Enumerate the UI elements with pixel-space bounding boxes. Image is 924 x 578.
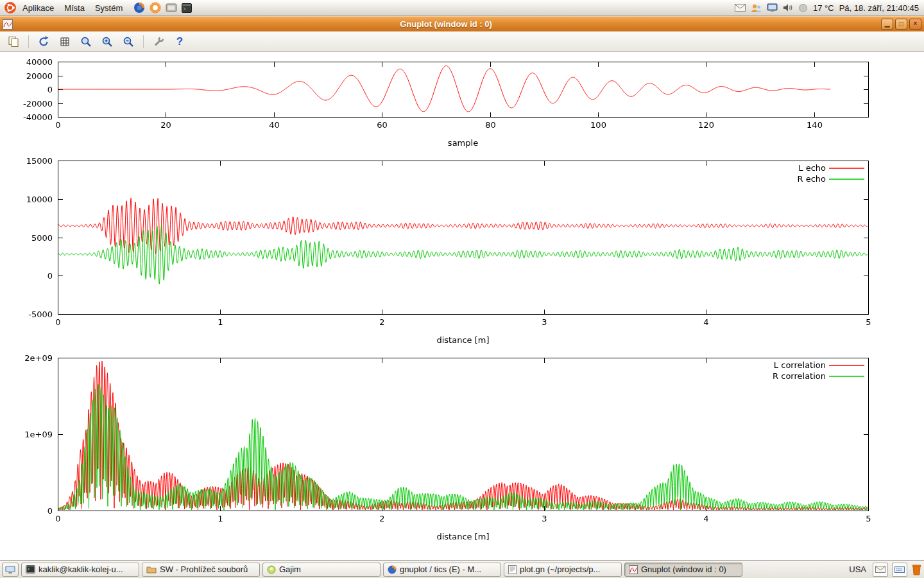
window-icon bbox=[3, 19, 13, 30]
taskbar-button-3[interactable]: Gajim bbox=[262, 563, 381, 577]
refresh-icon[interactable] bbox=[35, 33, 52, 50]
grid-icon[interactable] bbox=[56, 33, 73, 50]
menu-places[interactable]: Místa bbox=[60, 1, 89, 15]
taskbar-button-2[interactable]: SW - Prohlížeč souborů bbox=[142, 563, 260, 577]
taskbar-button-label: Gajim bbox=[279, 565, 301, 574]
taskbar-button-label: Gnuplot (window id : 0) bbox=[641, 565, 726, 574]
user-switcher-icon[interactable] bbox=[751, 3, 762, 13]
mail-notifier-icon[interactable] bbox=[873, 563, 888, 577]
zoom-out-icon[interactable] bbox=[120, 33, 137, 50]
chart-chirp-canvas[interactable] bbox=[0, 52, 924, 150]
temperature-applet[interactable]: 17 °C bbox=[813, 3, 834, 13]
firefox-launcher-icon[interactable] bbox=[133, 2, 145, 13]
mail-icon[interactable] bbox=[735, 4, 746, 12]
taskbar-button-label: SW - Prohlížeč souborů bbox=[160, 565, 248, 574]
show-desktop-button[interactable] bbox=[2, 563, 19, 577]
toolbar-separator bbox=[143, 35, 144, 48]
chart-correlation-canvas[interactable] bbox=[0, 347, 924, 544]
plot-area bbox=[0, 52, 924, 560]
weather-icon[interactable] bbox=[798, 3, 808, 13]
volume-icon[interactable] bbox=[783, 3, 793, 12]
clock-applet[interactable]: Pá, 18. září, 21:40:45 bbox=[839, 3, 919, 13]
chart-echo-canvas[interactable] bbox=[0, 150, 924, 347]
gnuplot-icon bbox=[629, 565, 638, 574]
text-editor-icon bbox=[508, 565, 517, 574]
terminal-icon bbox=[26, 565, 35, 574]
trash-icon[interactable] bbox=[911, 563, 922, 575]
minimize-button[interactable]: ▁ bbox=[881, 19, 893, 30]
file-manager-icon bbox=[146, 565, 157, 574]
terminal-launcher-icon[interactable] bbox=[182, 3, 192, 13]
maximize-button[interactable]: □ bbox=[895, 19, 907, 30]
taskbar-button-label: kaklik@kaklik-kolej-u... bbox=[38, 565, 123, 574]
taskbar-buttons: kaklik@kaklik-kolej-u...SW - Prohlížeč s… bbox=[21, 563, 742, 577]
help-icon[interactable]: ? bbox=[171, 33, 188, 50]
menu-applications[interactable]: Aplikace bbox=[18, 1, 58, 15]
desktop-screen: Aplikace Místa Systém bbox=[0, 0, 924, 578]
taskbar-button-label: plot.gn (~/projects/p... bbox=[520, 565, 600, 574]
panel-tray: 17 °C Pá, 18. září, 21:40:45 bbox=[735, 3, 920, 13]
taskbar: kaklik@kaklik-kolej-u...SW - Prohlížeč s… bbox=[0, 560, 924, 578]
zoom-in-icon[interactable] bbox=[99, 33, 116, 50]
display-icon[interactable] bbox=[767, 3, 778, 12]
taskbar-button-5[interactable]: plot.gn (~/projects/p... bbox=[504, 563, 622, 577]
close-button[interactable]: × bbox=[909, 19, 921, 30]
keyboard-layout-indicator[interactable]: USA bbox=[846, 565, 869, 574]
taskbar-button-6[interactable]: Gnuplot (window id : 0) bbox=[624, 563, 742, 577]
window-title: Gnuplot (window id : 0) bbox=[13, 19, 879, 29]
taskbar-button-4[interactable]: gnuplot / tics (E) - M... bbox=[383, 563, 501, 577]
menu-system[interactable]: Systém bbox=[90, 1, 127, 15]
copy-icon[interactable] bbox=[5, 33, 22, 50]
firefox-icon bbox=[388, 565, 397, 574]
panel-menus: Aplikace Místa Systém bbox=[4, 1, 192, 15]
titlebar[interactable]: Gnuplot (window id : 0) ▁ □ × bbox=[0, 16, 924, 31]
panel-launchers bbox=[133, 2, 192, 13]
gajim-icon bbox=[267, 565, 276, 574]
screenshot-tool-icon[interactable] bbox=[166, 3, 177, 13]
help-launcher-icon[interactable] bbox=[150, 2, 161, 13]
zoom-icon[interactable] bbox=[78, 33, 94, 50]
settings-wrench-icon[interactable] bbox=[150, 33, 167, 50]
distro-logo-icon[interactable] bbox=[4, 1, 17, 14]
toolbar: ? bbox=[0, 31, 924, 52]
taskbar-tray: USA bbox=[846, 563, 922, 577]
taskbar-button-label: gnuplot / tics (E) - M... bbox=[400, 565, 481, 574]
top-panel: Aplikace Místa Systém bbox=[0, 0, 924, 16]
taskbar-button-1[interactable]: kaklik@kaklik-kolej-u... bbox=[21, 563, 139, 577]
toolbar-separator bbox=[28, 35, 29, 48]
keyboard-indicator-icon[interactable] bbox=[892, 563, 907, 577]
